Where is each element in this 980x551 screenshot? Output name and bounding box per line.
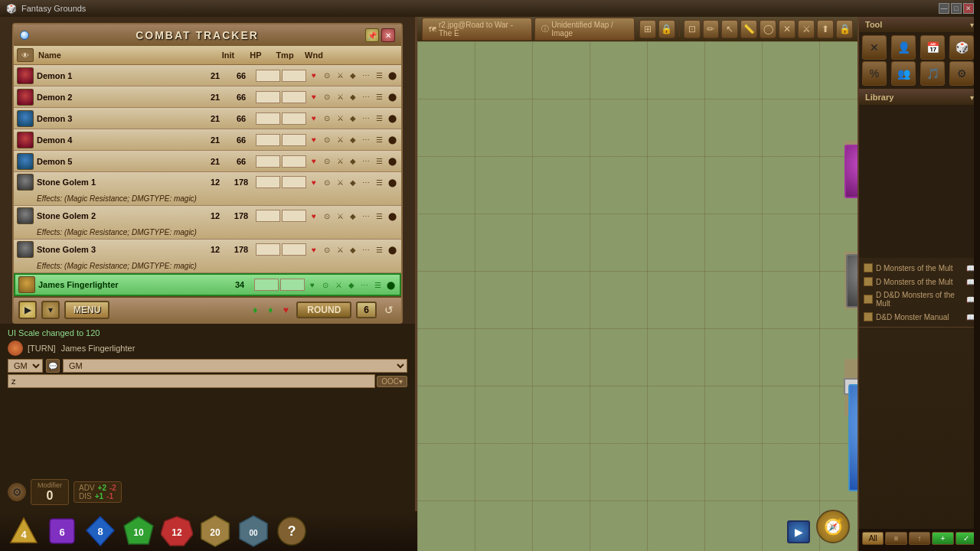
row-tmp-input[interactable] xyxy=(256,176,280,188)
more-icon[interactable]: ⋯ xyxy=(360,112,372,125)
menu-icon[interactable]: ☰ xyxy=(373,112,385,125)
token-icon[interactable]: ◆ xyxy=(347,210,359,222)
row-tmp-input[interactable] xyxy=(256,155,280,168)
attack-icon[interactable]: ⚔ xyxy=(334,243,346,256)
delete-icon[interactable]: ⬤ xyxy=(386,134,398,146)
health-icon[interactable]: ♥ xyxy=(308,176,320,188)
eye-toggle-button[interactable]: 👁 xyxy=(17,48,34,62)
row-tmp-input[interactable] xyxy=(256,243,280,256)
map-tab-1[interactable]: 🗺 r2.jpg@Road to War - The E xyxy=(422,18,532,41)
health-icon[interactable]: ♥ xyxy=(308,91,320,103)
more-icon[interactable]: ⋯ xyxy=(360,134,372,146)
map-lock-button[interactable]: 🔒 xyxy=(658,20,675,38)
more-icon[interactable]: ⋯ xyxy=(360,70,372,82)
menu-icon[interactable]: ☰ xyxy=(373,134,385,146)
list-item[interactable]: D&D Monster Manual 📖 xyxy=(862,310,977,324)
ct-header-buttons[interactable]: 📌 ✕ xyxy=(365,28,395,42)
tool-button-2[interactable]: 👤 xyxy=(891,35,916,60)
menu-icon[interactable]: ☰ xyxy=(373,155,385,168)
chat-input[interactable] xyxy=(8,374,375,388)
health-icon[interactable]: ♥ xyxy=(308,112,320,125)
map-draw-button[interactable]: ✏ xyxy=(703,20,720,38)
effects-icon[interactable]: ⊙ xyxy=(321,112,333,125)
effects-icon[interactable]: ⊙ xyxy=(321,243,333,256)
tool-button-1[interactable]: ✕ xyxy=(862,35,887,60)
health-icon[interactable]: ♥ xyxy=(308,155,320,168)
token-icon[interactable]: ◆ xyxy=(347,134,359,146)
row-wnd-input[interactable] xyxy=(282,134,306,146)
refresh-button[interactable]: ↺ xyxy=(381,302,397,318)
row-tmp-input[interactable] xyxy=(254,279,279,291)
minimize-button[interactable]: — xyxy=(939,3,949,14)
dice-d12[interactable]: 12 xyxy=(159,514,194,549)
map-sword-button[interactable]: ⚔ xyxy=(798,20,815,38)
more-icon[interactable]: ⋯ xyxy=(360,91,372,103)
map-grid[interactable]: 🐉 👿 🦋 ⊞ 🌿 🗿 xyxy=(417,41,858,551)
health-icon[interactable]: ♥ xyxy=(308,243,320,256)
row-name[interactable]: James Fingerlighter xyxy=(37,280,201,289)
effects-icon[interactable]: ⊙ xyxy=(321,70,333,82)
dice-custom[interactable]: ? xyxy=(274,514,309,549)
menu-button[interactable]: MENU xyxy=(64,301,109,319)
filter-all-button[interactable]: All xyxy=(862,532,884,545)
token-icon[interactable]: ◆ xyxy=(347,70,359,82)
token-icon[interactable]: ◆ xyxy=(347,112,359,125)
list-item[interactable]: D Monsters of the Mult 📖 xyxy=(862,275,977,289)
map-pin-button[interactable]: ⬆ xyxy=(817,20,834,38)
ct-close-button[interactable]: ✕ xyxy=(381,28,395,42)
dice-d6[interactable]: 6 xyxy=(44,514,80,549)
down-button[interactable]: ▾ xyxy=(41,301,60,319)
row-wnd-input[interactable] xyxy=(282,91,306,103)
row-wnd-input[interactable] xyxy=(282,70,306,82)
delete-icon[interactable]: ⬤ xyxy=(386,112,398,125)
close-button[interactable]: ✕ xyxy=(963,3,974,14)
dice-d10[interactable]: 10 xyxy=(121,514,156,549)
delete-icon[interactable]: ⬤ xyxy=(386,70,398,82)
row-tmp-input[interactable] xyxy=(256,210,280,222)
row-name[interactable]: Demon 5 xyxy=(35,157,202,166)
filter-up-button[interactable]: ↑ xyxy=(909,532,930,545)
tool-button-3[interactable]: 📅 xyxy=(920,35,945,60)
row-tmp-input[interactable] xyxy=(256,112,280,125)
map-nav-button[interactable]: 🧭 xyxy=(816,510,850,543)
row-wnd-input[interactable] xyxy=(280,279,305,291)
delete-icon[interactable]: ⬤ xyxy=(386,155,398,168)
effects-icon[interactable]: ⊙ xyxy=(321,155,333,168)
settings-gear-button[interactable]: ⚙ xyxy=(8,483,26,501)
tool-button-6[interactable]: 👥 xyxy=(891,61,916,86)
tool-button-8[interactable]: ⚙ xyxy=(949,61,974,86)
dice-d100[interactable]: 00 xyxy=(236,514,271,549)
tool-button-4[interactable]: 🎲 xyxy=(949,35,974,60)
more-icon[interactable]: ⋯ xyxy=(358,279,371,291)
attack-icon[interactable]: ⚔ xyxy=(334,210,346,222)
row-tmp-input[interactable] xyxy=(256,134,280,146)
tool-button-5[interactable]: % xyxy=(862,61,887,86)
row-name[interactable]: Demon 3 xyxy=(35,114,202,123)
row-wnd-input[interactable] xyxy=(282,210,306,222)
health-icon[interactable]: ♥ xyxy=(308,70,320,82)
map-grid-inner[interactable]: 🐉 👿 🦋 ⊞ 🌿 🗿 xyxy=(417,41,858,551)
delete-icon[interactable]: ⬤ xyxy=(384,279,397,291)
token-icon[interactable]: ◆ xyxy=(347,176,359,188)
attack-icon[interactable]: ⚔ xyxy=(334,134,346,146)
list-item[interactable]: D D&D Monsters of the Mult 📖 xyxy=(862,289,977,310)
attack-icon[interactable]: ⚔ xyxy=(334,176,346,188)
filter-list-button[interactable]: ≡ xyxy=(885,532,906,545)
more-icon[interactable]: ⋯ xyxy=(360,155,372,168)
map-measure-button[interactable]: 📏 xyxy=(740,20,757,38)
token-icon[interactable]: ◆ xyxy=(345,279,358,291)
menu-icon[interactable]: ☰ xyxy=(373,176,385,188)
row-tmp-input[interactable] xyxy=(256,70,280,82)
more-icon[interactable]: ⋯ xyxy=(360,243,372,256)
token-icon[interactable]: ◆ xyxy=(347,91,359,103)
effects-icon[interactable]: ⊙ xyxy=(321,134,333,146)
chat-toggle-button[interactable]: 💬 xyxy=(46,359,60,373)
map-token-golem1[interactable]: 🗿 xyxy=(846,254,858,308)
dice-d20[interactable]: 20 xyxy=(198,514,233,549)
delete-icon[interactable]: ⬤ xyxy=(386,176,398,188)
map-circle-button[interactable]: ◯ xyxy=(760,20,776,38)
sidebar-library-header[interactable]: Library ▾ xyxy=(859,90,980,105)
more-icon[interactable]: ⋯ xyxy=(360,210,372,222)
health-icon[interactable]: ♥ xyxy=(306,279,318,291)
row-name[interactable]: Stone Golem 3 xyxy=(35,245,202,254)
